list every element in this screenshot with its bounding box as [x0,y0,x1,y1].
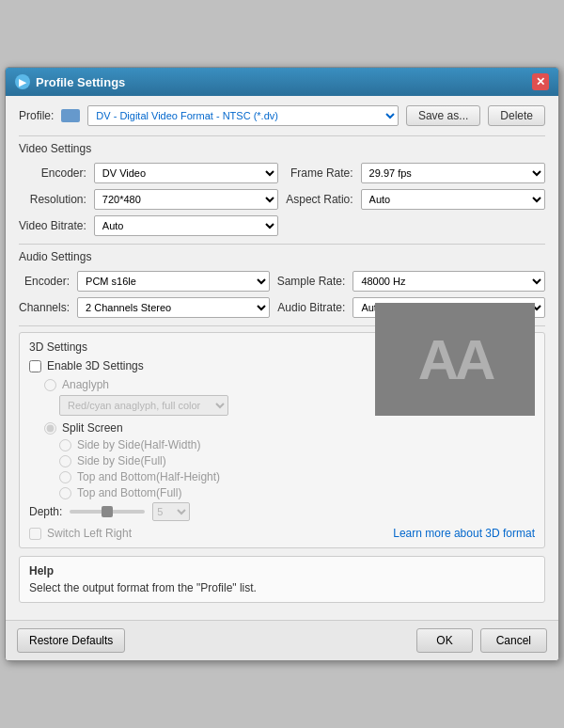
encoder-select[interactable]: DV Video [94,163,278,183]
depth-slider[interactable] [70,510,145,514]
sample-rate-label: Sample Rate: [277,275,346,288]
depth-row: Depth: 5 [29,502,535,521]
profile-settings-dialog: ▶ Profile Settings ✕ Profile: DV - Digit… [5,67,559,661]
aspect-ratio-select[interactable]: Auto [361,189,545,210]
switch-left-right-label: Switch Left Right [47,527,132,540]
audio-settings-title: Audio Settings [19,250,545,263]
split-screen-radio[interactable] [44,422,56,435]
profile-select[interactable]: DV - Digital Video Format - NTSC (*.dv) [87,105,399,126]
profile-label: Profile: [19,109,54,122]
profile-row: Profile: DV - Digital Video Format - NTS… [19,105,545,126]
side-by-side-half-row: Side by Side(Half-Width) [29,438,366,451]
video-bitrate-label: Video Bitrate: [19,219,86,232]
help-title: Help [29,564,535,578]
sample-rate-select[interactable]: 48000 Hz [352,271,545,292]
footer-right: OK Cancel [416,628,547,653]
side-by-side-full-label: Side by Side(Full) [77,454,166,467]
close-button[interactable]: ✕ [532,73,549,90]
enable-3d-checkbox[interactable] [29,360,41,372]
top-bottom-half-row: Top and Bottom(Half-Height) [29,470,366,483]
channels-label: Channels: [19,301,70,314]
channels-select[interactable]: 2 Channels Stereo [77,297,270,318]
audio-encoder-select[interactable]: PCM s16le [77,271,270,292]
frame-rate-label: Frame Rate: [286,166,352,180]
app-icon: ▶ [15,74,30,89]
anaglyph-row: Anaglyph [29,378,366,391]
ok-button[interactable]: OK [416,628,472,653]
delete-button[interactable]: Delete [488,105,545,126]
frame-rate-select[interactable]: 29.97 fps [361,163,545,183]
top-bottom-full-row: Top and Bottom(Full) [29,486,366,499]
help-section: Help Select the output format from the "… [19,556,545,603]
split-screen-label: Split Screen [62,421,123,435]
restore-defaults-button[interactable]: Restore Defaults [17,628,125,653]
audio-bitrate-label: Audio Bitrate: [277,301,346,314]
learn-more-link[interactable]: Learn more about 3D format [393,527,535,540]
help-text: Select the output format from the "Profi… [29,581,535,594]
3d-preview: AA [375,303,535,416]
side-by-side-half-radio[interactable] [59,439,71,451]
3d-preview-text: AA [418,327,493,392]
enable-3d-label: Enable 3D Settings [47,359,144,372]
video-settings-grid: Encoder: DV Video Frame Rate: 29.97 fps … [19,163,545,236]
top-bottom-half-radio[interactable] [59,471,71,483]
footer: Restore Defaults OK Cancel [6,620,558,660]
top-bottom-half-label: Top and Bottom(Half-Height) [77,470,220,483]
video-settings-section: Video Settings Encoder: DV Video Frame R… [19,142,545,236]
resolution-label: Resolution: [19,193,86,206]
title-bar: ▶ Profile Settings ✕ [6,68,558,96]
dialog-content: Profile: DV - Digital Video Format - NTS… [6,96,558,620]
divider-2 [19,244,545,245]
top-bottom-full-label: Top and Bottom(Full) [77,486,181,499]
profile-format-icon [61,109,80,122]
side-by-side-full-radio[interactable] [59,455,71,467]
side-by-side-full-row: Side by Side(Full) [29,454,366,467]
audio-encoder-label: Encoder: [19,275,70,288]
resolution-select[interactable]: 720*480 [94,189,278,210]
divider-1 [19,135,545,136]
split-screen-row: Split Screen [29,421,366,435]
top-bottom-full-radio[interactable] [59,487,71,499]
switch-link-row: Switch Left Right Learn more about 3D fo… [29,527,535,540]
3d-settings-section: 3D Settings Enable 3D Settings Anaglyph … [19,332,545,548]
switch-left-right-checkbox[interactable] [29,528,41,540]
title-bar-left: ▶ Profile Settings [15,74,125,89]
encoder-label: Encoder: [19,166,86,180]
anaglyph-type-select[interactable]: Red/cyan anaglyph, full color [59,395,228,416]
dialog-title: Profile Settings [36,75,125,89]
video-bitrate-select[interactable]: Auto [94,215,278,236]
save-as-button[interactable]: Save as... [406,105,480,126]
aspect-ratio-label: Aspect Ratio: [286,193,352,206]
depth-label: Depth: [29,505,62,518]
video-settings-title: Video Settings [19,142,545,155]
depth-value-select[interactable]: 5 [152,502,190,521]
cancel-button[interactable]: Cancel [480,628,547,653]
anaglyph-radio[interactable] [44,379,56,391]
switch-left-right-row: Switch Left Right [29,527,132,540]
side-by-side-half-label: Side by Side(Half-Width) [77,438,200,451]
3d-controls: Anaglyph Red/cyan anaglyph, full color S… [29,378,366,502]
anaglyph-label: Anaglyph [62,378,109,391]
